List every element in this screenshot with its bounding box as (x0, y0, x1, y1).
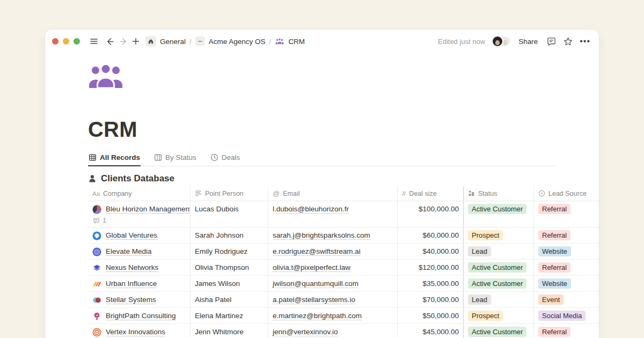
database-title-text[interactable]: Clients Database (101, 173, 174, 184)
lead-source-badge[interactable]: Social Media (538, 311, 586, 321)
email-link[interactable]: olivia.t@pixelperfect.law (273, 263, 350, 271)
point-person-cell[interactable]: Jenn Whitmore (191, 324, 268, 338)
table-row[interactable]: Nexus Networks Olivia Thompson olivia.t@… (88, 260, 599, 276)
table-row[interactable]: Vertex Innovations Jenn Whitmore jenn@ve… (88, 324, 599, 338)
sidebar-menu-icon[interactable] (87, 35, 100, 48)
lead-source-cell[interactable]: Website (534, 276, 599, 291)
status-cell[interactable]: Prospect (464, 227, 534, 243)
email-link[interactable]: jwilson@quantumquill.com (273, 280, 358, 288)
email-link[interactable]: l.dubois@bleuhorizon.fr (273, 205, 349, 213)
tab-all-records[interactable]: All Records (88, 152, 141, 166)
point-person-cell[interactable]: Emily Rodriguez (191, 244, 268, 259)
lead-source-badge[interactable]: Referral (538, 327, 570, 337)
company-name[interactable]: BrightPath Consulting (106, 311, 176, 321)
table-row[interactable]: BrightPath Consulting Elena Martinez e.m… (88, 308, 599, 324)
company-name[interactable]: Bleu Horizon Management (106, 204, 191, 215)
table-row[interactable]: Global Ventures Sarah Johnson sarah.j@br… (88, 227, 599, 244)
table-row[interactable]: Elevate Media Emily Rodriguez e.rodrigue… (88, 244, 599, 260)
tab-deals[interactable]: Deals (210, 152, 241, 166)
deal-size-cell[interactable]: $120,000.00 (398, 260, 464, 275)
avatar[interactable] (492, 35, 503, 47)
email-link[interactable]: sarah.j@brightsparksolns.com (273, 231, 370, 239)
email-cell[interactable]: jwilson@quantumquill.com (268, 276, 398, 291)
back-arrow-icon[interactable] (104, 35, 116, 48)
status-cell[interactable]: Active Customer (464, 276, 534, 291)
email-cell[interactable]: a.patel@stellarsystems.io (268, 292, 398, 307)
lead-source-cell[interactable]: Referral (534, 324, 599, 338)
point-person-cell[interactable]: Lucas Dubois (191, 201, 268, 227)
company-cell[interactable]: Urban Influence (88, 276, 191, 291)
column-header-point-person[interactable]: Point Person (191, 186, 268, 201)
column-header-company[interactable]: Aa Company (88, 186, 191, 201)
point-person-cell[interactable]: Elena Martinez (191, 308, 268, 324)
status-badge[interactable]: Active Customer (468, 327, 526, 337)
new-page-plus-icon[interactable] (129, 35, 142, 48)
status-cell[interactable]: Lead (464, 292, 534, 307)
status-cell[interactable]: Active Customer (464, 201, 534, 227)
deal-size-cell[interactable]: $45,000.00 (398, 324, 464, 338)
email-link[interactable]: jenn@vertexinnov.io (273, 328, 338, 336)
company-cell[interactable]: Global Ventures (88, 227, 191, 243)
point-person-cell[interactable]: Olivia Thompson (191, 260, 268, 275)
lead-source-badge[interactable]: Referral (538, 204, 570, 214)
column-header-status[interactable]: Status (464, 186, 534, 201)
email-cell[interactable]: l.dubois@bleuhorizon.fr (268, 201, 398, 227)
lead-source-cell[interactable]: Referral (534, 227, 599, 243)
lead-source-badge[interactable]: Website (538, 278, 571, 289)
comment-count[interactable]: 1 (92, 215, 186, 226)
home-icon[interactable] (145, 36, 156, 47)
status-badge[interactable]: Prospect (468, 230, 503, 240)
lead-source-badge[interactable]: Referral (538, 230, 570, 240)
company-cell[interactable]: Stellar Systems (88, 292, 191, 307)
deal-size-cell[interactable]: $35,000.00 (398, 276, 464, 291)
company-name[interactable]: Elevate Media (106, 246, 152, 257)
lead-source-badge[interactable]: Event (538, 295, 564, 305)
collaborator-avatars[interactable] (492, 35, 511, 47)
people-icon[interactable] (88, 63, 123, 88)
lead-source-badge[interactable]: Referral (538, 262, 570, 273)
comments-icon[interactable] (546, 36, 557, 47)
table-row[interactable]: Bleu Horizon Management 1 Lucas Dubois l… (88, 201, 599, 227)
forward-arrow-icon[interactable] (116, 35, 129, 48)
deal-size-cell[interactable]: $100,000.00 (398, 201, 464, 227)
breadcrumb-item-workspace[interactable]: Acme Agency OS (209, 38, 266, 46)
company-cell[interactable]: Vertex Innovations (88, 324, 191, 338)
minimize-window-button[interactable] (63, 38, 69, 45)
page-icon[interactable] (195, 36, 205, 46)
point-person-cell[interactable]: Sarah Johnson (191, 227, 268, 243)
column-header-deal-size[interactable]: # Deal size (398, 186, 464, 201)
maximize-window-button[interactable] (74, 38, 80, 45)
share-button[interactable]: Share (518, 38, 538, 46)
deal-size-cell[interactable]: $50,000.00 (398, 308, 464, 324)
status-badge[interactable]: Lead (468, 295, 491, 305)
lead-source-cell[interactable]: Referral (534, 201, 599, 227)
status-cell[interactable]: Lead (464, 244, 534, 259)
email-cell[interactable]: olivia.t@pixelperfect.law (268, 260, 398, 275)
status-cell[interactable]: Prospect (464, 308, 534, 324)
email-cell[interactable]: jenn@vertexinnov.io (268, 324, 398, 338)
company-name[interactable]: Global Ventures (106, 230, 157, 241)
status-cell[interactable]: Active Customer (464, 324, 534, 338)
point-person-cell[interactable]: James Wilson (191, 276, 268, 291)
email-cell[interactable]: e.martinez@brightpath.com (268, 308, 398, 324)
email-cell[interactable]: sarah.j@brightsparksolns.com (268, 227, 398, 243)
status-badge[interactable]: Active Customer (468, 204, 526, 214)
company-cell[interactable]: Elevate Media (88, 244, 191, 259)
close-window-button[interactable] (52, 38, 58, 45)
email-link[interactable]: a.patel@stellarsystems.io (273, 296, 355, 304)
favorite-star-icon[interactable] (563, 36, 573, 47)
deal-size-cell[interactable]: $60,000.00 (398, 227, 464, 243)
table-row[interactable]: Stellar Systems Aisha Patel a.patel@stel… (88, 292, 599, 308)
status-badge[interactable]: Active Customer (468, 262, 526, 273)
company-name[interactable]: Stellar Systems (106, 295, 156, 305)
email-link[interactable]: e.rodriguez@swiftstream.ai (273, 247, 361, 255)
more-options-icon[interactable]: ••• (580, 36, 590, 46)
column-header-email[interactable]: @ Email (268, 186, 398, 201)
table-row[interactable]: Urban Influence James Wilson jwilson@qua… (88, 276, 599, 292)
status-cell[interactable]: Active Customer (464, 260, 534, 275)
lead-source-cell[interactable]: Event (534, 292, 599, 307)
point-person-cell[interactable]: Aisha Patel (191, 292, 268, 307)
deal-size-cell[interactable]: $70,000.00 (398, 292, 464, 307)
company-cell[interactable]: BrightPath Consulting (88, 308, 191, 324)
company-name[interactable]: Nexus Networks (106, 262, 158, 273)
